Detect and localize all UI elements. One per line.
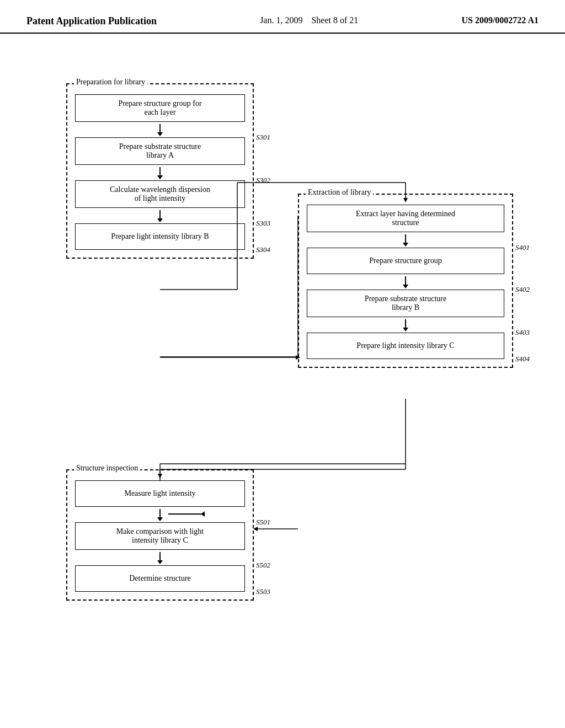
box-S302-text: Prepare substrate structurelibrary A xyxy=(119,142,201,160)
arrowhead xyxy=(157,218,163,222)
arrowhead xyxy=(157,560,163,564)
step-label-S403: S403 xyxy=(515,328,530,337)
box-S404: Prepare light intensity library C xyxy=(307,333,504,359)
right-block-label: Extraction of library xyxy=(306,188,373,197)
box-S501: Measure light intensity xyxy=(75,480,245,507)
step-label-S501: S501 xyxy=(256,518,270,527)
arrow-S502-S503 xyxy=(75,550,245,565)
bottom-block-label: Structure inspection xyxy=(74,464,140,473)
box-S502: Make comparison with lightintensity libr… xyxy=(75,522,245,550)
page-header: Patent Application Publication Jan. 1, 2… xyxy=(0,0,565,34)
side-arrow-line xyxy=(168,513,201,515)
arrow-S501-S502 xyxy=(75,507,245,522)
box-S301-text: Prepare structure group foreach layer xyxy=(118,99,201,117)
arrow-S301-S302 xyxy=(75,122,245,137)
box-S402-text: Prepare structure group xyxy=(369,256,441,265)
arrow-S401-S402 xyxy=(307,232,504,248)
step-label-S401: S401 xyxy=(515,243,530,252)
box-S503: Determine structure xyxy=(75,565,245,592)
arrowhead xyxy=(157,517,163,521)
arrow-S302-S303 xyxy=(75,165,245,180)
box-S501-text: Measure light intensity xyxy=(124,489,195,498)
box-S301: Prepare structure group foreach layer xyxy=(75,94,245,122)
step-label-S303: S303 xyxy=(256,219,270,228)
sheet-number: Sheet 8 of 21 xyxy=(311,15,358,25)
step-label-S302: S302 xyxy=(256,176,270,185)
page-content: Preparation for library Prepare structur… xyxy=(33,50,532,712)
box-S404-text: Prepare light intensity library C xyxy=(356,341,454,350)
arrowhead xyxy=(403,285,408,288)
box-S303-text: Calculate wavelength dispersionof light … xyxy=(110,185,210,203)
publication-date: Jan. 1, 2009 xyxy=(260,15,302,25)
step-label-S301: S301 xyxy=(256,133,270,142)
box-S502-text: Make comparison with lightintensity libr… xyxy=(116,527,204,545)
diagram-area: Preparation for library Prepare structur… xyxy=(0,34,565,728)
step-label-S503: S503 xyxy=(256,587,270,596)
step-label-S502: S502 xyxy=(256,561,270,570)
side-arrowhead xyxy=(201,511,205,517)
box-S403: Prepare substrate structurelibrary B xyxy=(307,290,504,317)
box-S303: Calculate wavelength dispersionof light … xyxy=(75,180,245,208)
box-S403-text: Prepare substrate structurelibrary B xyxy=(365,295,447,312)
step-label-S304: S304 xyxy=(256,245,270,254)
box-S304: Prepare light intensity library B xyxy=(75,223,245,250)
arrowhead xyxy=(157,132,163,136)
box-S401: Extract layer having determinedstructure xyxy=(307,205,504,232)
publication-number: US 2009/0002722 A1 xyxy=(461,15,539,25)
box-S304-text: Prepare light intensity library B xyxy=(111,232,209,241)
arrow-S402-S403 xyxy=(307,274,504,290)
arrow-S303-S304 xyxy=(75,208,245,223)
box-S401-text: Extract layer having determinedstructure xyxy=(356,210,455,227)
right-outer-block: Extraction of library Extract layer havi… xyxy=(298,194,513,368)
step-label-S404: S404 xyxy=(515,355,530,363)
arrow-S403-S404 xyxy=(307,317,504,333)
side-arrow xyxy=(168,511,205,517)
box-S402: Prepare structure group xyxy=(307,248,504,274)
svg-marker-17 xyxy=(253,527,258,531)
bottom-outer-block: Structure inspection Measure light inten… xyxy=(66,469,254,601)
left-outer-block: Preparation for library Prepare structur… xyxy=(66,83,254,259)
publication-date-sheet: Jan. 1, 2009 Sheet 8 of 21 xyxy=(260,15,358,25)
step-label-S402: S402 xyxy=(515,285,530,294)
box-S302: Prepare substrate structurelibrary A xyxy=(75,137,245,165)
box-S503-text: Determine structure xyxy=(129,574,191,583)
publication-title: Patent Application Publication xyxy=(26,15,157,27)
arrowhead xyxy=(403,328,408,331)
arrowhead xyxy=(403,243,408,247)
arrowhead xyxy=(157,175,163,179)
left-block-label: Preparation for library xyxy=(74,78,147,87)
